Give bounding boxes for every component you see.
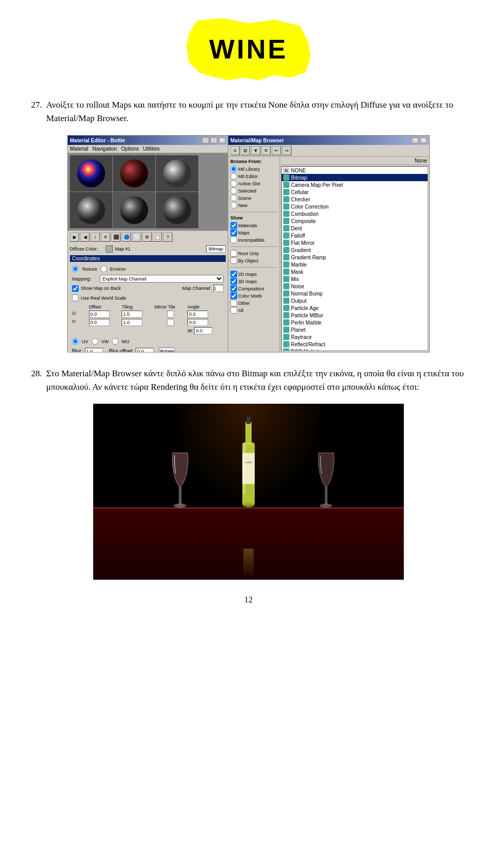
browser-toolbar-btn-6[interactable]: ↪ (282, 146, 291, 155)
browser-toolbar-btn-3[interactable]: ▼ (251, 146, 260, 155)
browse-mtl-editor[interactable]: Mtl Editor (230, 173, 277, 180)
list-item-noise[interactable]: Noise (282, 283, 428, 290)
browser-help-button[interactable]: ? (412, 137, 419, 143)
browse-new[interactable]: New (230, 202, 277, 209)
mat-editor-menubar[interactable]: Material Navigation Options Utilities (68, 145, 228, 153)
show-maps[interactable]: Maps (230, 229, 277, 236)
show-checkbox-group[interactable]: Materials Maps Incompatible (230, 222, 277, 243)
v-angle-input[interactable] (187, 319, 208, 326)
uv-vw-radio-group[interactable]: UV VW WU (70, 337, 226, 346)
texture-radio[interactable] (72, 266, 79, 272)
toolbar-btn-10[interactable]: ? (163, 232, 172, 242)
browser-close-button[interactable]: ✕ (420, 137, 427, 143)
list-item-camera-map[interactable]: Camera Map Per Pixel (282, 181, 428, 188)
coord-radio-group[interactable]: Texture Environ (70, 264, 226, 273)
u-offset-input[interactable] (89, 311, 110, 318)
v-offset-input[interactable] (89, 319, 110, 326)
uv-radio[interactable] (72, 338, 79, 345)
list-item-mix[interactable]: Mix (282, 275, 428, 283)
show-map-checkbox[interactable] (72, 285, 79, 292)
list-item-mask[interactable]: Mask (282, 268, 428, 275)
browse-scene[interactable]: Scene (230, 195, 277, 201)
list-item-reflect-refract[interactable]: Reflect/Refract (282, 341, 428, 348)
browser-toolbar[interactable]: ≡ ⊞ ▼ ✕ ↩ ↪ (228, 145, 429, 157)
browse-from-radio-group[interactable]: Mtl Library Mtl Editor Active Slot Selec… (230, 166, 277, 209)
u-mirror-checkbox[interactable] (155, 311, 187, 318)
list-item-particle-mblur[interactable]: Particle MBlur (282, 312, 428, 319)
toolbar-btn-4[interactable]: ✕ (101, 232, 110, 242)
sphere-cell-4[interactable] (70, 192, 112, 228)
environ-radio[interactable] (100, 266, 107, 272)
browser-titlebar-buttons[interactable]: ? ✕ (412, 137, 427, 143)
toolbar-btn-9[interactable]: 📋 (153, 232, 162, 242)
browser-toolbar-btn-2[interactable]: ⊞ (241, 146, 250, 155)
list-item-none[interactable]: N NONE (282, 167, 428, 174)
list-item-falloff[interactable]: Falloff (282, 232, 428, 239)
show-incompatible[interactable]: Incompatible (230, 237, 277, 243)
toolbar-btn-7[interactable]: ⬜ (132, 232, 141, 242)
show-all[interactable]: All (230, 307, 277, 314)
rotate-button[interactable]: Rotate (159, 347, 175, 352)
menu-material[interactable]: Material (70, 146, 89, 152)
sphere-cell-2[interactable] (113, 155, 155, 192)
vw-radio[interactable] (92, 338, 98, 345)
show-by-object[interactable]: By Object (230, 257, 277, 264)
w-angle-input[interactable] (194, 327, 212, 334)
mapping-select[interactable]: Explicit Map Channel (100, 275, 224, 283)
show-color-mods[interactable]: Color Mods (230, 292, 277, 299)
list-item-bitmap[interactable]: Bitmap (282, 174, 428, 181)
browse-selected[interactable]: Selected (230, 187, 277, 194)
browser-toolbar-btn-4[interactable]: ✕ (261, 146, 271, 155)
list-item-gradient[interactable]: Gradient (282, 246, 428, 254)
list-item-dent[interactable]: Dent (282, 225, 428, 232)
list-item-gradient-ramp[interactable]: Gradient Ramp (282, 254, 428, 261)
wu-radio[interactable] (112, 338, 119, 345)
menu-navigation[interactable]: Navigation (93, 146, 117, 152)
list-item-particle-age[interactable]: Particle Age (282, 304, 428, 312)
v-mirror-checkbox[interactable] (155, 319, 187, 326)
browser-toolbar-btn-1[interactable]: ≡ (230, 146, 240, 155)
list-item-output[interactable]: Output (282, 297, 428, 304)
browse-mtl-library[interactable]: Mtl Library (230, 166, 277, 172)
sphere-cell-6[interactable] (156, 192, 198, 228)
menu-utilities[interactable]: Utilities (143, 146, 159, 152)
list-item-raytrace[interactable]: Raytrace (282, 333, 428, 341)
list-item-checker[interactable]: Checker (282, 196, 428, 203)
toolbar-btn-3[interactable]: ↕ (91, 232, 100, 242)
list-item-marble[interactable]: Marble (282, 261, 428, 268)
browse-active-slot[interactable]: Active Slot (230, 180, 277, 187)
mat-editor-minimize-button[interactable]: _ (202, 137, 209, 143)
list-item-combustion[interactable]: Combustion (282, 210, 428, 217)
sphere-cell-3[interactable] (156, 155, 198, 192)
list-item-composite[interactable]: Composite (282, 217, 428, 225)
list-item-rgb-multiply[interactable]: RGB Multiply (282, 348, 428, 351)
list-item-color-correction[interactable]: Color Correction (282, 203, 428, 210)
mat-editor-titlebar-buttons[interactable]: _ □ ✕ (202, 137, 226, 143)
blur-input[interactable] (85, 348, 103, 352)
browser-toolbar-btn-5[interactable]: ↩ (272, 146, 281, 155)
toolbar-btn-1[interactable]: ▶ (70, 232, 79, 242)
u-angle-input[interactable] (187, 311, 208, 318)
sphere-cell-1[interactable] (70, 155, 112, 192)
browser-item-list[interactable]: N NONE Bitmap Camera Map Per Pixel (281, 166, 428, 351)
diffuse-color-swatch[interactable] (106, 245, 113, 253)
show2-checkbox-group[interactable]: Root Only By Object (230, 250, 277, 264)
show-compositors[interactable]: Compositors (230, 285, 277, 292)
sphere-cell-5[interactable] (113, 192, 155, 228)
blur-offset-input[interactable] (136, 348, 154, 352)
list-item-planet[interactable]: Planet (282, 326, 428, 333)
list-item-normal-bump[interactable]: Normal Bump (282, 290, 428, 297)
mat-editor-maximize-button[interactable]: □ (210, 137, 217, 143)
show-3d-maps[interactable]: 3D maps (230, 278, 277, 285)
show-root-only[interactable]: Root Only (230, 250, 277, 257)
toolbar-btn-5[interactable]: ⬛ (111, 232, 121, 242)
toolbar-btn-2[interactable]: ◀ (80, 232, 90, 242)
v-tiling-input[interactable] (122, 319, 142, 326)
list-item-cellular[interactable]: Cellular (282, 188, 428, 196)
menu-options[interactable]: Options (121, 146, 139, 152)
map-channel-input[interactable] (213, 285, 224, 292)
show-materials[interactable]: Materials (230, 222, 277, 229)
show-other[interactable]: Other (230, 300, 277, 306)
use-real-world-checkbox[interactable] (72, 295, 79, 301)
list-item-perlin-marble[interactable]: Perlin Marble (282, 319, 428, 326)
